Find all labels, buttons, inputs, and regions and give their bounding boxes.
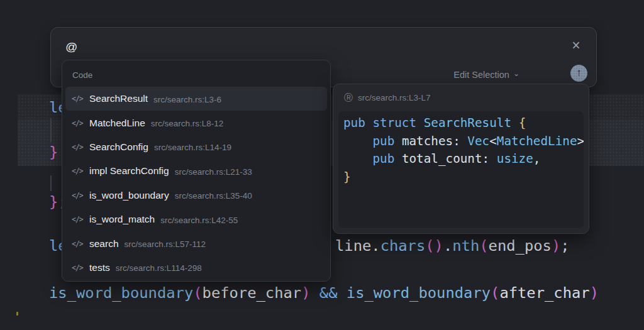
symbol-path: src/search.rs:L114-298 xyxy=(116,263,202,273)
mention-input[interactable]: @ xyxy=(65,40,77,54)
code-symbol-menu: Code </> SearchResult src/search.rs:L3-6… xyxy=(62,60,331,282)
editor-cursor-tick xyxy=(16,312,18,316)
indent-guide xyxy=(50,175,52,191)
code-line: pub matches: Vec<MatchedLine>, xyxy=(343,133,584,151)
symbol-name: is_word_boundary xyxy=(89,190,169,201)
symbol-name: tests xyxy=(89,262,110,273)
code-symbol-icon: </> xyxy=(72,263,89,272)
code-symbol-icon: </> xyxy=(72,215,89,224)
preview-header: Ⓡ src/search.rs:L3-L7 xyxy=(333,84,589,109)
menu-section-header: Code xyxy=(62,60,330,87)
code-line-segment: } xyxy=(49,143,58,162)
symbol-path: src/search.rs:L21-33 xyxy=(175,167,252,176)
symbol-path: src/search.rs:L35-40 xyxy=(175,191,252,201)
code-line: } xyxy=(343,168,584,187)
indent-guide xyxy=(50,118,52,142)
edit-selection-label: Edit Selection xyxy=(453,70,509,80)
menu-item-matchedline[interactable]: </> MatchedLine src/search.rs:L8-12 xyxy=(65,111,327,135)
code-symbol-icon: </> xyxy=(72,239,89,248)
chevron-down-icon: ⌄ xyxy=(513,69,519,78)
menu-item-searchconfig[interactable]: </> SearchConfig src/search.rs:L14-19 xyxy=(65,135,327,159)
symbol-path: src/search.rs:L3-6 xyxy=(153,94,221,104)
symbol-name: SearchResult xyxy=(89,93,148,104)
code-symbol-icon: </> xyxy=(72,94,89,103)
code-line: pub struct SearchResult { xyxy=(343,114,584,133)
edit-selection-button[interactable]: Edit Selection ⌄ xyxy=(453,68,519,82)
code-line-segment: is_word_boundary(before_char) && is_word… xyxy=(49,284,599,302)
code-symbol-icon: </> xyxy=(72,191,89,200)
symbol-path: src/search.rs:L8-12 xyxy=(151,119,224,128)
code-symbol-icon: </> xyxy=(72,119,89,128)
zed-editor-screen: { "colors": { "page_bg": "#212227", "sel… xyxy=(0,0,644,330)
symbol-name: MatchedLine xyxy=(89,118,145,129)
code-preview-popover: Ⓡ src/search.rs:L3-L7 pub struct SearchR… xyxy=(333,84,589,234)
close-icon[interactable]: × xyxy=(569,38,584,53)
code-snippet: pub struct SearchResult { pub matches: V… xyxy=(338,111,584,228)
code-symbol-icon: </> xyxy=(72,167,89,175)
menu-item-is-word-match[interactable]: </> is_word_match src/search.rs:L42-55 xyxy=(65,207,327,231)
send-button[interactable]: ↑ xyxy=(570,65,587,82)
code-symbol-icon: </> xyxy=(72,143,89,151)
menu-item-search[interactable]: </> search src/search.rs:L57-112 xyxy=(65,231,327,255)
symbol-name: SearchConfig xyxy=(89,141,148,153)
symbol-name: is_word_match xyxy=(89,214,155,225)
menu-item-impl-searchconfig[interactable]: </> impl SearchConfig src/search.rs:L21-… xyxy=(65,159,327,183)
symbol-name: search xyxy=(89,238,119,250)
preview-file-title: src/search.rs:L3-L7 xyxy=(358,93,431,102)
symbol-path: src/search.rs:L14-19 xyxy=(154,143,231,152)
menu-item-tests[interactable]: </> tests src/search.rs:L114-298 xyxy=(65,256,327,280)
symbol-path: src/search.rs:L57-112 xyxy=(125,239,206,249)
menu-item-searchresult[interactable]: </> SearchResult src/search.rs:L3-6 xyxy=(65,87,327,111)
code-line: pub total_count: usize, xyxy=(343,150,584,168)
code-line-segment: line.chars().nth(end_pos); xyxy=(335,237,570,255)
symbol-path: src/search.rs:L42-55 xyxy=(160,215,238,224)
menu-list: </> SearchResult src/search.rs:L3-6 </> … xyxy=(62,87,330,280)
symbol-name: impl SearchConfig xyxy=(89,165,169,177)
menu-item-is-word-boundary[interactable]: </> is_word_boundary src/search.rs:L35-4… xyxy=(65,184,327,207)
arrow-up-icon: ↑ xyxy=(576,67,582,78)
rust-file-icon: Ⓡ xyxy=(344,93,353,102)
